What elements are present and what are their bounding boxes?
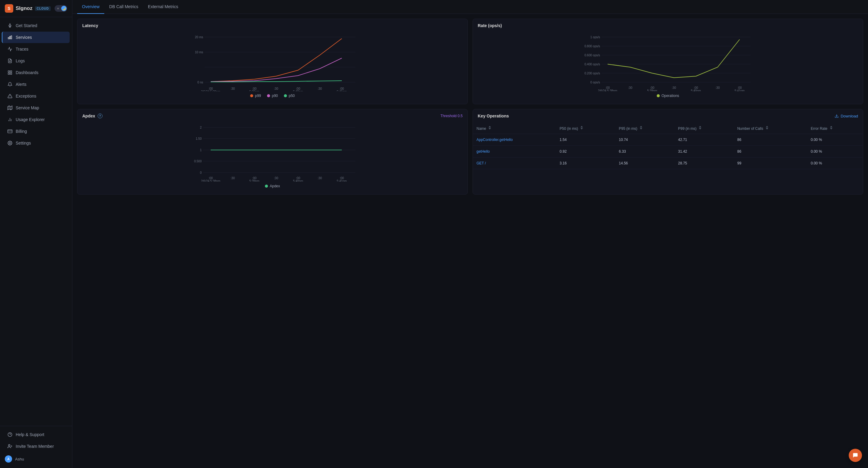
nav-label-services: Services <box>16 35 32 40</box>
x-label-4: :30 <box>274 87 278 90</box>
tab-overview[interactable]: Overview <box>77 0 104 14</box>
apdex-help-icon[interactable]: ? <box>98 113 102 119</box>
apdex-y-150: 1.50 <box>196 137 202 140</box>
legend-label-p50: p50 <box>289 94 295 98</box>
download-icon <box>835 114 839 118</box>
col-calls[interactable]: Number of Calls <box>734 123 807 134</box>
op-error-rate-0: 0.00 % <box>807 134 863 146</box>
sidebar-item-user[interactable]: A Ashu <box>0 452 72 466</box>
op-error-rate-2: 0.00 % <box>807 158 863 169</box>
rate-card: Rate (ops/s) 1 ops/s 0.800 ops/s <box>472 19 863 104</box>
sort-icon-error-rate <box>830 126 833 130</box>
y-label-1ops: 1 ops/s <box>590 36 600 39</box>
rate-chart: 1 ops/s 0.800 ops/s 0.600 ops/s 0.400 op… <box>478 31 858 91</box>
theme-toggle[interactable]: ☀ 🌙 <box>55 5 67 12</box>
y-label-20ms: 20 ms <box>195 36 203 39</box>
chat-icon <box>852 452 858 458</box>
grid-icon <box>7 70 13 75</box>
apdex-x4: :30 <box>274 176 278 180</box>
settings-icon <box>7 140 13 146</box>
sidebar-item-alerts[interactable]: Alerts <box>2 78 70 90</box>
chat-bubble[interactable] <box>849 449 862 462</box>
rate-x7b: 5:41pm <box>735 89 744 91</box>
svg-rect-6 <box>8 71 10 72</box>
svg-point-20 <box>9 142 10 144</box>
map-icon <box>7 105 13 110</box>
apdex-y-2: 2 <box>200 126 202 129</box>
legend-label-p99: p99 <box>255 94 261 98</box>
user-avatar: A <box>5 455 12 463</box>
sidebar-item-help-support[interactable]: Help & Support <box>2 429 70 440</box>
bell-icon <box>7 81 13 87</box>
key-ops-table-wrapper: Name P50 (in ms) P95 (in ms) <box>473 123 863 169</box>
key-ops-title: Key Operations <box>478 113 509 119</box>
col-error-rate[interactable]: Error Rate <box>807 123 863 134</box>
sidebar-bottom: Help & Support Invite Team Member A Ashu <box>0 426 72 468</box>
svg-marker-50 <box>766 126 768 127</box>
op-p95-1: 6.33 <box>615 146 675 158</box>
y-label-0200: 0.200 ops/s <box>584 72 600 75</box>
tab-db-call-metrics[interactable]: DB Call Metrics <box>104 0 143 14</box>
sidebar-item-traces[interactable]: Traces <box>2 43 70 55</box>
rate-x3b: 5:39pm <box>647 89 657 91</box>
legend-dot-p90 <box>267 94 270 97</box>
legend-label-apdex: Apdex <box>270 184 280 188</box>
sidebar-item-dashboards[interactable]: Dashboards <box>2 67 70 78</box>
latency-title: Latency <box>82 23 98 28</box>
y-label-0400: 0.400 ops/s <box>584 63 600 66</box>
dark-theme-btn[interactable]: 🌙 <box>61 6 67 11</box>
key-ops-header: Key Operations Download <box>473 109 863 123</box>
sidebar-item-usage-explorer[interactable]: Usage Explorer <box>2 114 70 125</box>
legend-dot-p50 <box>284 94 287 97</box>
table-row: AppController.getHello 1.54 10.74 42.71 … <box>473 134 863 146</box>
svg-marker-46 <box>640 126 642 127</box>
alert-triangle-icon <box>7 93 13 99</box>
col-name[interactable]: Name <box>473 123 556 134</box>
svg-point-0 <box>9 26 10 27</box>
sidebar-item-settings[interactable]: Settings <box>2 137 70 149</box>
operations-line <box>608 39 740 78</box>
key-operations-card: Key Operations Download Name <box>472 109 863 195</box>
nav-label-service-map: Service Map <box>16 105 39 110</box>
op-name-0[interactable]: AppController.getHello <box>473 134 556 146</box>
y-label-0ops: 0 ops/s <box>590 81 600 84</box>
col-p99[interactable]: P99 (in ms) <box>675 123 734 134</box>
col-p50[interactable]: P50 (in ms) <box>556 123 615 134</box>
col-p95[interactable]: P95 (in ms) <box>615 123 675 134</box>
sidebar-item-logs[interactable]: Logs <box>2 55 70 67</box>
svg-rect-1 <box>8 37 9 39</box>
sidebar-item-exceptions[interactable]: Exceptions <box>2 90 70 102</box>
sort-icon-p95 <box>640 126 643 130</box>
sidebar-item-invite-team[interactable]: Invite Team Member <box>2 441 70 452</box>
sidebar-item-service-map[interactable]: Service Map <box>2 102 70 113</box>
legend-operations: Operations <box>657 94 679 98</box>
cloud-badge: CLOUD <box>35 6 51 11</box>
p99-line <box>211 38 342 81</box>
download-button[interactable]: Download <box>835 114 858 119</box>
legend-dot-p99 <box>250 94 253 97</box>
rocket-icon <box>7 23 13 28</box>
rate-chart-container: 1 ops/s 0.800 ops/s 0.600 ops/s 0.400 op… <box>478 31 858 91</box>
legend-label-operations: Operations <box>661 94 679 98</box>
y-label-0600: 0.600 ops/s <box>584 54 600 57</box>
sidebar-item-billing[interactable]: Billing <box>2 126 70 137</box>
download-label: Download <box>841 114 858 119</box>
svg-marker-12 <box>8 106 12 110</box>
tab-external-metrics[interactable]: External Metrics <box>143 0 183 14</box>
rate-card-body: 1 ops/s 0.800 ops/s 0.600 ops/s 0.400 op… <box>473 28 863 104</box>
sidebar: S SIgnoz CLOUD ☀ 🌙 Get Started Services <box>0 0 72 468</box>
bar-chart-icon <box>7 35 13 40</box>
op-p50-1: 0.92 <box>556 146 615 158</box>
light-theme-btn[interactable]: ☀ <box>55 6 61 11</box>
bar-chart-2-icon <box>7 117 13 122</box>
apdex-y-1: 1 <box>200 148 202 152</box>
nav-label-logs: Logs <box>16 59 25 63</box>
sidebar-item-get-started[interactable]: Get Started <box>2 20 70 31</box>
op-name-1[interactable]: getHello <box>473 146 556 158</box>
sidebar-item-services[interactable]: Services <box>2 32 70 43</box>
legend-apdex: Apdex <box>265 184 280 188</box>
op-name-2[interactable]: GET / <box>473 158 556 169</box>
apdex-y-050: 0.500 <box>194 160 202 163</box>
table-body: AppController.getHello 1.54 10.74 42.71 … <box>473 134 863 169</box>
x-label-6: :30 <box>318 87 322 90</box>
